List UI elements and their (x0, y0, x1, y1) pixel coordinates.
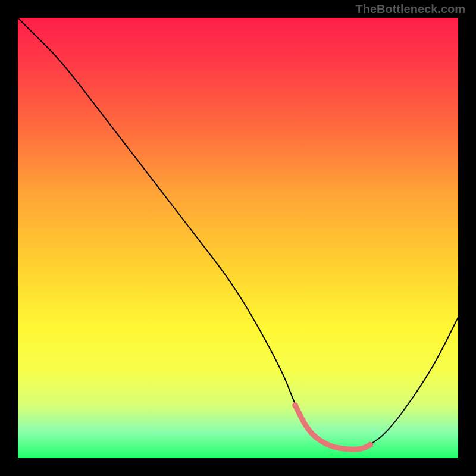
curve-layer (18, 18, 458, 458)
attribution-text: TheBottleneck.com (356, 2, 465, 16)
highlight-band (295, 405, 370, 449)
highlight-dot-left (292, 402, 298, 408)
chart-container: TheBottleneck.com (0, 0, 476, 476)
bottleneck-curve (18, 18, 458, 449)
highlight-dot-right (367, 442, 373, 448)
plot-area (18, 18, 458, 458)
